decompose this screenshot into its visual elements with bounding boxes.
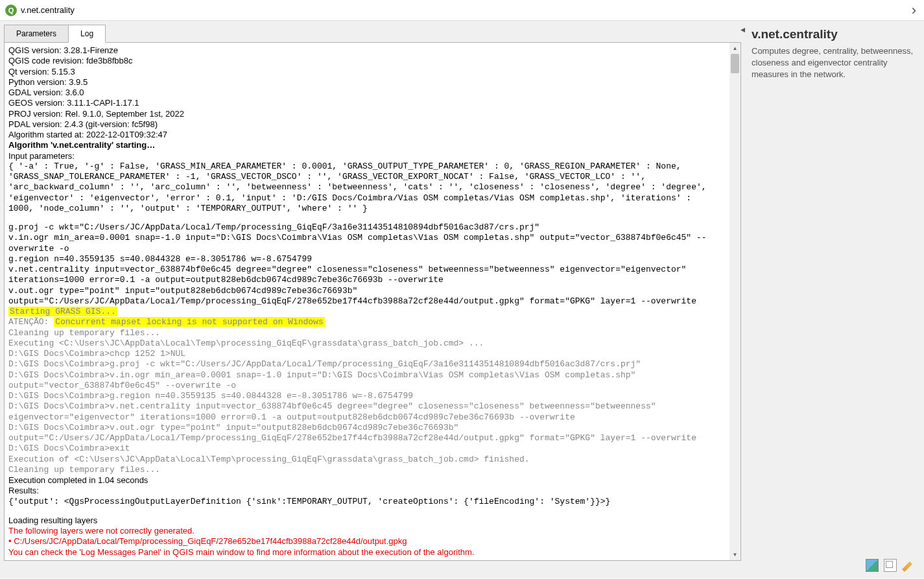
log-line: Results: bbox=[8, 486, 726, 496]
side-panel: v.net.centrality Computes degree, centra… bbox=[745, 25, 920, 556]
log-content[interactable]: QGIS version: 3.28.1-Firenze QGIS code r… bbox=[5, 43, 729, 560]
log-line: Starting GRASS GIS... bbox=[8, 307, 726, 317]
log-line: D:\GIS Docs\Coimbra>v.net.centrality inp… bbox=[8, 401, 726, 423]
log-line: GEOS version: 3.11.1-CAPI-1.17.1 bbox=[8, 98, 726, 108]
clear-log-icon[interactable] bbox=[902, 559, 915, 572]
log-line: Cleaning up temporary files... bbox=[8, 328, 726, 338]
next-icon[interactable]: › bbox=[909, 2, 919, 19]
log-line: D:\GIS Docs\Coimbra>exit bbox=[8, 443, 726, 454]
log-line: Execution completed in 1.04 seconds bbox=[8, 475, 726, 486]
log-line: Algorithm started at: 2022-12-01T09:32:4… bbox=[8, 130, 726, 140]
title-bar: v.net.centrality › bbox=[0, 0, 924, 21]
log-line: 1000, 'node_column' : '', 'output' : 'TE… bbox=[8, 204, 726, 214]
log-line: v.out.ogr type="point" input="output828e… bbox=[8, 286, 726, 307]
scroll-thumb[interactable] bbox=[731, 54, 739, 73]
log-line: D:\GIS Docs\Coimbra>g.region n=40.355913… bbox=[8, 391, 726, 401]
log-line: Qt version: 5.15.3 bbox=[8, 67, 726, 77]
log-line: Python version: 3.9.5 bbox=[8, 77, 726, 88]
side-description: Computes degree, centrality, betweenness… bbox=[752, 45, 914, 81]
tabs-bar: Parameters Log bbox=[4, 25, 741, 43]
log-panel: QGIS version: 3.28.1-Firenze QGIS code r… bbox=[4, 42, 741, 561]
log-line: g.region n=40.3559135 s=40.0844328 e=-8.… bbox=[8, 254, 726, 265]
window-title: v.net.centrality bbox=[21, 5, 909, 15]
log-line: { '-a' : True, '-g' : False, 'GRASS_MIN_… bbox=[8, 161, 726, 172]
log-line: Algorithm 'v.net.centrality' starting… bbox=[8, 140, 726, 150]
log-error-line: You can check the 'Log Messages Panel' i… bbox=[8, 547, 726, 558]
log-line: QGIS code revision: fde3b8fbb8c bbox=[8, 56, 726, 66]
log-line: 'arc_backward_column' : '', 'arc_column'… bbox=[8, 182, 726, 193]
log-line: g.proj -c wkt="C:/Users/JC/AppData/Local… bbox=[8, 222, 726, 233]
log-line: QGIS version: 3.28.1-Firenze bbox=[8, 45, 726, 56]
tab-log[interactable]: Log bbox=[68, 25, 106, 43]
log-error-line: • C:/Users/JC/AppData/Local/Temp/process… bbox=[8, 536, 726, 547]
log-line: D:\GIS Docs\Coimbra>v.in.ogr min_area=0.… bbox=[8, 370, 726, 392]
log-line: PROJ version: Rel. 9.1.0, September 1st,… bbox=[8, 109, 726, 119]
scroll-down-icon[interactable]: ▼ bbox=[729, 549, 740, 560]
log-line: Executing <C:\Users\JC\AppData\Local\Tem… bbox=[8, 338, 726, 349]
tab-parameters[interactable]: Parameters bbox=[4, 25, 69, 43]
log-line: D:\GIS Docs\Coimbra>chcp 1252 1>NUL bbox=[8, 349, 726, 359]
log-line: PDAL version: 2.4.3 (git-version: fc5f98… bbox=[8, 119, 726, 130]
log-line: 'eigenvector' : 'eigenvector', 'error' :… bbox=[8, 193, 726, 204]
log-line: 'GRASS_SNAP_TOLERANCE_PARAMETER' : -1, '… bbox=[8, 172, 726, 182]
log-line: Loading resulting layers bbox=[8, 515, 726, 526]
log-line: Execution of <C:\Users\JC\AppData\Local\… bbox=[8, 455, 726, 465]
log-line: v.net.centrality input=vector_638874bf0e… bbox=[8, 265, 726, 286]
log-line: D:\GIS Docs\Coimbra>v.out.ogr type="poin… bbox=[8, 423, 726, 444]
outer-container: Parameters Log QGIS version: 3.28.1-Fire… bbox=[0, 21, 924, 578]
save-log-icon[interactable] bbox=[866, 559, 879, 572]
main-panel: Parameters Log QGIS version: 3.28.1-Fire… bbox=[4, 25, 741, 556]
log-error-line: The following layers were not correctly … bbox=[8, 526, 726, 536]
copy-log-icon[interactable] bbox=[884, 559, 897, 572]
qgis-icon bbox=[5, 5, 17, 16]
scroll-track[interactable] bbox=[729, 54, 740, 549]
log-line: GDAL version: 3.6.0 bbox=[8, 88, 726, 98]
log-line: D:\GIS Docs\Coimbra>g.proj -c wkt="C:/Us… bbox=[8, 359, 726, 370]
log-line: v.in.ogr min_area=0.0001 snap=-1.0 input… bbox=[8, 233, 726, 254]
scroll-up-icon[interactable]: ▲ bbox=[729, 43, 740, 54]
scrollbar-vertical[interactable]: ▲ ▼ bbox=[729, 43, 740, 560]
log-line: ATENÇÃO: Concurrent mapset locking is no… bbox=[8, 317, 726, 327]
side-title: v.net.centrality bbox=[752, 27, 914, 41]
log-line: {'output': <QgsProcessingOutputLayerDefi… bbox=[8, 497, 726, 507]
log-line: Input parameters: bbox=[8, 151, 726, 161]
log-line: Cleaning up temporary files... bbox=[8, 465, 726, 475]
